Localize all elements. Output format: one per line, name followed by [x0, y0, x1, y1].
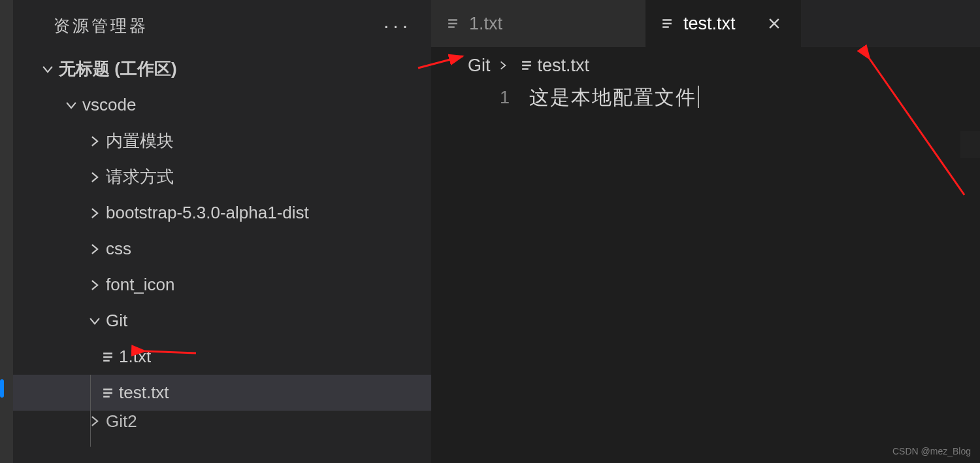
editor-tabs: 1.txt test.txt [431, 0, 980, 47]
folder-label: font_icon [106, 275, 175, 295]
file-tree: 无标题 (工作区) vscode 内置模块 请求方式 bootstrap-5.3… [13, 51, 431, 432]
chevron-right-icon [497, 56, 509, 76]
tab-label: 1.txt [469, 14, 502, 34]
folder-label: css [106, 239, 131, 259]
chevron-right-icon [84, 134, 106, 148]
file-item[interactable]: 1.txt [13, 339, 431, 375]
file-item-selected[interactable]: test.txt [13, 375, 431, 411]
watermark: CSDN @mez_Blog [892, 446, 971, 456]
text-file-icon [97, 386, 119, 400]
folder-label: Git [106, 311, 127, 331]
folder-vscode[interactable]: vscode [13, 87, 431, 123]
folder-label: 请求方式 [106, 165, 174, 188]
editor-content[interactable]: 这是本地配置文件 [529, 84, 699, 111]
chevron-down-icon [37, 62, 59, 77]
chevron-right-icon [84, 170, 106, 184]
line-text: 这是本地配置文件 [529, 86, 696, 108]
folder-git[interactable]: Git [13, 303, 431, 339]
explorer-more-button[interactable]: ··· [384, 22, 412, 29]
tab-label: test.txt [683, 14, 736, 34]
folder-item[interactable]: 内置模块 [13, 123, 431, 159]
chevron-down-icon [60, 98, 82, 112]
breadcrumb-folder: Git [468, 56, 491, 76]
folder-item[interactable]: font_icon [13, 267, 431, 303]
text-file-icon [97, 350, 119, 364]
folder-item[interactable]: bootstrap-5.3.0-alpha1-dist [13, 195, 431, 231]
tab-file-active[interactable]: test.txt [645, 0, 801, 47]
folder-label: Git2 [106, 411, 137, 432]
folder-item[interactable]: Git2 [13, 411, 431, 432]
text-file-icon [446, 16, 460, 31]
workspace-name: 无标题 (工作区) [59, 58, 177, 80]
chevron-down-icon [84, 314, 106, 328]
breadcrumb-file: test.txt [538, 56, 590, 76]
text-file-icon [519, 58, 534, 73]
chevron-right-icon [84, 414, 106, 428]
tab-file[interactable]: 1.txt [431, 0, 645, 47]
text-file-icon [660, 16, 674, 31]
text-cursor [698, 86, 699, 108]
folder-label: 内置模块 [106, 129, 174, 152]
explorer-title: 资源管理器 [54, 15, 148, 37]
folder-label: vscode [82, 95, 136, 115]
activity-bar [0, 0, 13, 463]
file-label: 1.txt [119, 347, 151, 367]
editor-line[interactable]: 1 这是本地配置文件 [431, 84, 980, 111]
folder-item[interactable]: css [13, 231, 431, 267]
breadcrumb[interactable]: Git test.txt [431, 47, 980, 84]
activity-bar-indicator [0, 379, 4, 398]
explorer-sidebar: 资源管理器 ··· 无标题 (工作区) vscode 内置模块 请求方式 [13, 0, 431, 463]
chevron-right-icon [84, 206, 106, 220]
chevron-right-icon [84, 242, 106, 256]
workspace-root[interactable]: 无标题 (工作区) [13, 51, 431, 87]
file-label: test.txt [119, 383, 169, 403]
chevron-right-icon [84, 278, 106, 292]
folder-item[interactable]: 请求方式 [13, 159, 431, 195]
close-icon[interactable] [767, 16, 781, 31]
line-number: 1 [431, 84, 529, 111]
editor-area: Git test.txt 1 这是本地配置文件 [431, 47, 980, 463]
folder-label: bootstrap-5.3.0-alpha1-dist [106, 203, 309, 223]
